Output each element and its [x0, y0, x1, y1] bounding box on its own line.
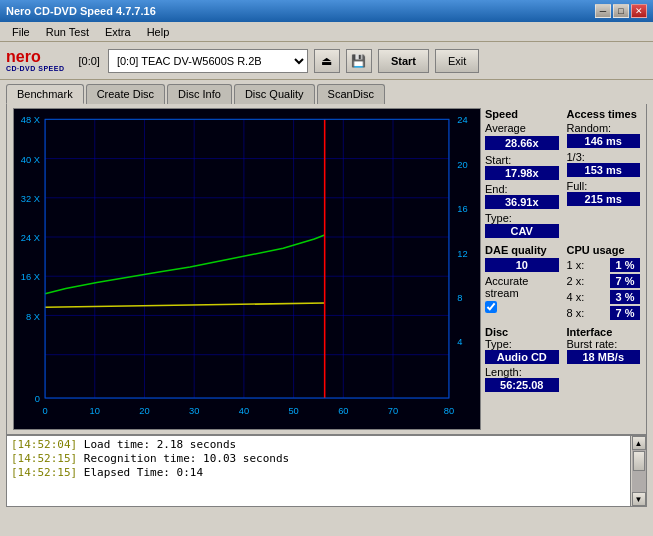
- access-title: Access times: [567, 108, 641, 120]
- svg-text:4: 4: [457, 337, 462, 347]
- maximize-button[interactable]: □: [613, 4, 629, 18]
- close-button[interactable]: ✕: [631, 4, 647, 18]
- svg-text:60: 60: [338, 406, 348, 416]
- disc-title: Disc: [485, 326, 559, 338]
- logo: nero CD·DVD SPEED: [6, 49, 65, 72]
- svg-text:50: 50: [288, 406, 298, 416]
- disc-section: Disc Type: Audio CD Length: 56:25.08: [485, 326, 559, 392]
- cpu-4x-label: 4 x:: [567, 291, 585, 303]
- menu-help[interactable]: Help: [139, 24, 178, 40]
- access-full-value: 215 ms: [567, 192, 641, 206]
- access-third-value: 153 ms: [567, 163, 641, 177]
- log-text-0: Load time: 2.18 seconds: [84, 438, 236, 451]
- svg-text:70: 70: [388, 406, 398, 416]
- log-area: [14:52:04] Load time: 2.18 seconds [14:5…: [6, 435, 647, 507]
- speed-type-label: Type:: [485, 212, 559, 224]
- svg-text:32 X: 32 X: [21, 194, 40, 204]
- cpu-8x-label: 8 x:: [567, 307, 585, 319]
- access-third-label: 1/3:: [567, 151, 641, 163]
- svg-text:16 X: 16 X: [21, 272, 40, 282]
- svg-text:20: 20: [139, 406, 149, 416]
- window-title: Nero CD-DVD Speed 4.7.7.16: [6, 5, 156, 17]
- interface-section: Interface Burst rate: 18 MB/s: [567, 326, 641, 392]
- cpu-title: CPU usage: [567, 244, 641, 256]
- window-controls: ─ □ ✕: [595, 4, 647, 18]
- access-full-label: Full:: [567, 180, 641, 192]
- svg-text:20: 20: [457, 160, 467, 170]
- exit-button[interactable]: Exit: [435, 49, 479, 73]
- accurate-stream-checkbox[interactable]: [485, 301, 497, 313]
- scroll-up-button[interactable]: ▲: [632, 436, 646, 450]
- disc-type-label: Type:: [485, 338, 559, 350]
- dae-section: DAE quality 10 Accurate stream: [485, 244, 559, 320]
- log-line-0: [14:52:04] Load time: 2.18 seconds: [11, 438, 626, 451]
- log-timestamp-2: [14:52:15]: [11, 466, 77, 479]
- access-section: Access times Random: 146 ms 1/3: 153 ms …: [567, 108, 641, 238]
- drive-label: [0:0]: [79, 55, 100, 67]
- interface-title: Interface: [567, 326, 641, 338]
- svg-text:24 X: 24 X: [21, 233, 40, 243]
- log-text-2: Elapsed Time: 0:14: [84, 466, 203, 479]
- speed-start-value: 17.98x: [485, 166, 559, 180]
- svg-text:0: 0: [42, 406, 47, 416]
- main-content: 48 X 40 X 32 X 24 X 16 X 8 X 0 24 20 16 …: [7, 104, 646, 434]
- accurate-label: Accurate stream: [485, 275, 559, 299]
- speed-end-value: 36.91x: [485, 195, 559, 209]
- tab-bar: Benchmark Create Disc Disc Info Disc Qua…: [0, 80, 653, 104]
- menu-run-test[interactable]: Run Test: [38, 24, 97, 40]
- speed-section: Speed Average 28.66x Start: 17.98x End: …: [485, 108, 559, 238]
- burst-rate-value: 18 MB/s: [567, 350, 641, 364]
- speed-title: Speed: [485, 108, 559, 120]
- svg-text:24: 24: [457, 115, 467, 125]
- start-button[interactable]: Start: [378, 49, 429, 73]
- svg-text:8: 8: [457, 293, 462, 303]
- log-content: [14:52:04] Load time: 2.18 seconds [14:5…: [7, 436, 630, 506]
- tab-disc-info[interactable]: Disc Info: [167, 84, 232, 104]
- tab-create-disc[interactable]: Create Disc: [86, 84, 165, 104]
- chart-svg: 48 X 40 X 32 X 24 X 16 X 8 X 0 24 20 16 …: [14, 109, 480, 429]
- svg-text:30: 30: [189, 406, 199, 416]
- right-panel: Speed Average 28.66x Start: 17.98x End: …: [485, 108, 640, 430]
- tab-disc-quality[interactable]: Disc Quality: [234, 84, 315, 104]
- minimize-button[interactable]: ─: [595, 4, 611, 18]
- svg-text:40: 40: [239, 406, 249, 416]
- chart-area: 48 X 40 X 32 X 24 X 16 X 8 X 0 24 20 16 …: [13, 108, 481, 430]
- access-random-label: Random:: [567, 122, 641, 134]
- logo-nero: nero: [6, 49, 65, 65]
- svg-rect-1: [45, 119, 449, 398]
- log-timestamp-1: [14:52:15]: [11, 452, 77, 465]
- burst-rate-label: Burst rate:: [567, 338, 641, 350]
- logo-sub: CD·DVD SPEED: [6, 65, 65, 72]
- tab-scandisc[interactable]: ScanDisc: [317, 84, 385, 104]
- disc-length-value: 56:25.08: [485, 378, 559, 392]
- log-line-2: [14:52:15] Elapsed Time: 0:14: [11, 466, 626, 479]
- dae-title: DAE quality: [485, 244, 559, 256]
- svg-text:48 X: 48 X: [21, 115, 40, 125]
- disc-type-value: Audio CD: [485, 350, 559, 364]
- access-random-value: 146 ms: [567, 134, 641, 148]
- cpu-8x-value: 7 %: [610, 306, 640, 320]
- speed-average-label: Average: [485, 122, 559, 134]
- speed-start-label: Start:: [485, 154, 559, 166]
- speed-average-value: 28.66x: [485, 136, 559, 150]
- cpu-2x-value: 7 %: [610, 274, 640, 288]
- menu-file[interactable]: File: [4, 24, 38, 40]
- speed-end-label: End:: [485, 183, 559, 195]
- disc-length-label: Length:: [485, 366, 559, 378]
- tab-benchmark[interactable]: Benchmark: [6, 84, 84, 104]
- dae-value: 10: [485, 258, 559, 272]
- scroll-thumb: [633, 451, 645, 471]
- save-button[interactable]: 💾: [346, 49, 372, 73]
- svg-text:80: 80: [444, 406, 454, 416]
- drive-selector[interactable]: [0:0] TEAC DV-W5600S R.2B: [108, 49, 308, 73]
- log-line-1: [14:52:15] Recognition time: 10.03 secon…: [11, 452, 626, 465]
- scroll-down-button[interactable]: ▼: [632, 492, 646, 506]
- svg-text:16: 16: [457, 204, 467, 214]
- scroll-track[interactable]: [632, 450, 646, 492]
- svg-text:40 X: 40 X: [21, 155, 40, 165]
- cpu-4x-value: 3 %: [610, 290, 640, 304]
- eject-button[interactable]: ⏏: [314, 49, 340, 73]
- menu-bar: File Run Test Extra Help: [0, 22, 653, 42]
- cpu-1x-value: 1 %: [610, 258, 640, 272]
- menu-extra[interactable]: Extra: [97, 24, 139, 40]
